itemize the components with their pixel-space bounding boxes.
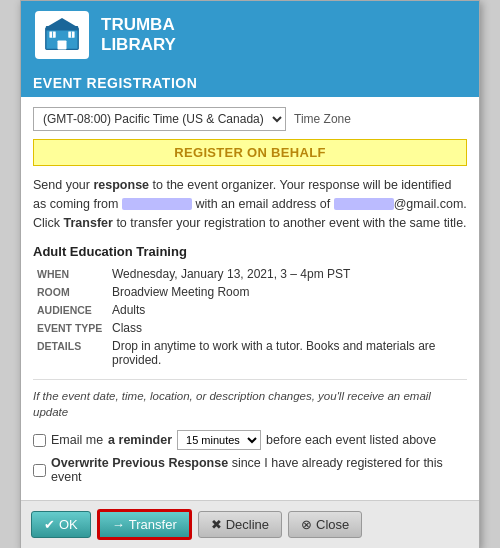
event-room-row: ROOM Broadview Meeting Room xyxy=(33,283,467,301)
transfer-bold: Transfer xyxy=(64,216,113,230)
event-type-value: Class xyxy=(108,319,467,337)
overwrite-row: Overwrite Previous Response since I have… xyxy=(33,456,467,484)
reminder-row: Email me a reminder 15 minutes before ea… xyxy=(33,430,467,450)
details-label: DETAILS xyxy=(33,337,108,369)
event-type-row: EVENT TYPE Class xyxy=(33,319,467,337)
decline-label: Decline xyxy=(226,517,269,532)
transfer-icon: → xyxy=(112,517,125,532)
event-details-row: DETAILS Drop in anytime to work with a t… xyxy=(33,337,467,369)
decline-icon: ✖ xyxy=(211,517,222,532)
audience-label: AUDIENCE xyxy=(33,301,108,319)
event-type-label: EVENT TYPE xyxy=(33,319,108,337)
event-title: Adult Education Training xyxy=(33,244,467,259)
email-domain: @gmail.com xyxy=(394,197,464,211)
when-value: Wednesday, January 13, 2021, 3 – 4pm PST xyxy=(108,265,467,283)
footer-buttons: ✔ OK → Transfer ✖ Decline ⊗ Close xyxy=(21,500,479,548)
timezone-row: (GMT-08:00) Pacific Time (US & Canada) T… xyxy=(33,107,467,131)
transfer-label: Transfer xyxy=(129,517,177,532)
transfer-button[interactable]: → Transfer xyxy=(97,509,192,540)
reminder-text-after: before each event listed above xyxy=(266,433,436,447)
ok-label: OK xyxy=(59,517,78,532)
header: TRUMBA LIBRARY xyxy=(21,1,479,69)
audience-value: Adults xyxy=(108,301,467,319)
close-label: Close xyxy=(316,517,349,532)
ok-button[interactable]: ✔ OK xyxy=(31,511,91,538)
trumba-logo-icon xyxy=(43,17,81,53)
response-bold: response xyxy=(93,178,149,192)
reminder-checkbox[interactable] xyxy=(33,434,46,447)
timezone-label: Time Zone xyxy=(294,112,351,126)
overwrite-checkbox[interactable] xyxy=(33,464,46,477)
logo-box xyxy=(35,11,89,59)
register-behalf-banner: REGISTER ON BEHALF xyxy=(33,139,467,166)
reminder-text-bold: a reminder xyxy=(108,433,172,447)
redacted-email xyxy=(334,198,394,210)
details-value: Drop in anytime to work with a tutor. Bo… xyxy=(108,337,467,369)
close-button[interactable]: ⊗ Close xyxy=(288,511,362,538)
description-text: Send your response to the event organize… xyxy=(33,176,467,232)
when-label: WHEN xyxy=(33,265,108,283)
decline-button[interactable]: ✖ Decline xyxy=(198,511,282,538)
divider xyxy=(33,379,467,380)
overwrite-text: Overwrite Previous Response since I have… xyxy=(51,456,467,484)
redacted-name xyxy=(122,198,192,210)
modal-container: TRUMBA LIBRARY EVENT REGISTRATION (GMT-0… xyxy=(20,0,480,548)
room-label: ROOM xyxy=(33,283,108,301)
room-value: Broadview Meeting Room xyxy=(108,283,467,301)
reminder-interval-select[interactable]: 15 minutes xyxy=(177,430,261,450)
svg-marker-2 xyxy=(47,18,78,27)
event-when-row: WHEN Wednesday, January 13, 2021, 3 – 4p… xyxy=(33,265,467,283)
close-icon: ⊗ xyxy=(301,517,312,532)
section-title: EVENT REGISTRATION xyxy=(21,69,479,97)
update-notice: If the event date, time, location, or de… xyxy=(33,388,467,420)
svg-rect-3 xyxy=(58,40,67,49)
event-details-table: WHEN Wednesday, January 13, 2021, 3 – 4p… xyxy=(33,265,467,369)
ok-icon: ✔ xyxy=(44,517,55,532)
overwrite-bold: Overwrite Previous Response xyxy=(51,456,228,470)
reminder-text-before: Email me xyxy=(51,433,103,447)
header-title: TRUMBA LIBRARY xyxy=(101,15,176,56)
content-area: (GMT-08:00) Pacific Time (US & Canada) T… xyxy=(21,97,479,500)
timezone-select[interactable]: (GMT-08:00) Pacific Time (US & Canada) xyxy=(33,107,286,131)
event-audience-row: AUDIENCE Adults xyxy=(33,301,467,319)
